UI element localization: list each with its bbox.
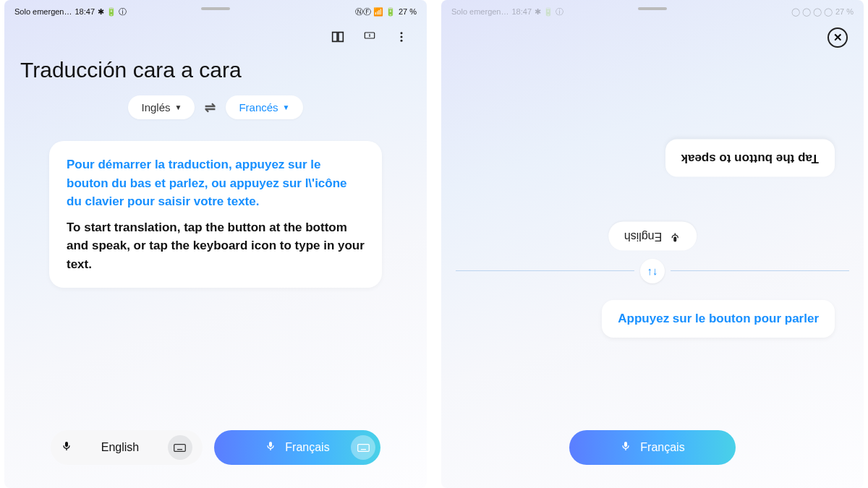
carrier-label: Solo emergen…: [451, 7, 509, 16]
keyboard-icon[interactable]: [351, 435, 375, 460]
page-title: Traducción cara a cara: [4, 52, 427, 95]
status-time: 18:47: [512, 7, 532, 16]
close-button[interactable]: ✕: [827, 27, 848, 48]
svg-rect-11: [357, 444, 369, 451]
keyboard-icon[interactable]: [168, 435, 192, 460]
instruction-card: Pour démarrer la traduction, appuyez sur…: [49, 141, 382, 288]
mic-icon: [620, 440, 631, 455]
target-mic-button[interactable]: Français: [214, 430, 380, 465]
target-language-label: Francés: [239, 101, 278, 114]
toolbar: [4, 19, 427, 52]
mic-icon: [265, 440, 276, 455]
more-menu-icon[interactable]: [392, 27, 411, 46]
chevron-down-icon: ▼: [175, 103, 182, 111]
toolbar: ✕: [441, 19, 864, 53]
language-selector-row: Inglés ▼ ⇌ Francés ▼: [4, 95, 427, 141]
svg-point-4: [401, 40, 403, 42]
top-language-button[interactable]: English: [608, 222, 697, 251]
bottom-mic-label: Français: [640, 441, 684, 454]
mic-icon: [669, 229, 681, 244]
svg-point-2: [401, 32, 403, 34]
screenshot-right: Solo emergen… 18:47 ✱ 🔋 ⓘ ◯ ◯ ◯ ◯ 27 % ✕…: [441, 0, 864, 488]
source-mic-button[interactable]: English: [51, 430, 203, 465]
book-icon[interactable]: [328, 27, 347, 46]
drag-handle: [201, 7, 230, 10]
instruction-text-en: To start translation, tap the button at …: [67, 218, 365, 274]
bottom-action-bar: English Français: [4, 430, 427, 465]
mic-icon: [61, 440, 72, 455]
status-right-icons: ⓃⒻ 📶 🔋: [355, 7, 396, 17]
top-speech-bubble: Tap the button to speak: [665, 140, 835, 177]
screenshot-left: Solo emergen… 18:47 ✱ 🔋 ⓘ ⓃⒻ 📶 🔋 27 % Tr…: [4, 0, 427, 488]
top-half-rotated: English Tap the button to speak: [441, 53, 864, 271]
bottom-action-bar: Français: [441, 430, 864, 465]
source-mic-label: English: [101, 441, 139, 454]
status-right-icons: ◯ ◯ ◯ ◯: [791, 7, 833, 17]
source-language-chip[interactable]: Inglés ▼: [128, 95, 195, 119]
swap-languages-icon[interactable]: ⇌: [205, 100, 216, 116]
instruction-text-fr: Pour démarrer la traduction, appuyez sur…: [67, 155, 365, 211]
source-language-label: Inglés: [141, 101, 170, 114]
bottom-speech-bubble: Appuyez sur le bouton pour parler: [602, 300, 835, 338]
rotate-screen-icon[interactable]: [360, 27, 379, 46]
face-to-face-area: English Tap the button to speak ↑↓ Appuy…: [441, 53, 864, 488]
bottom-mic-button[interactable]: Français: [569, 430, 736, 465]
target-language-chip[interactable]: Francés ▼: [226, 95, 302, 119]
close-icon: ✕: [833, 31, 843, 44]
top-language-label: English: [624, 230, 662, 243]
status-time: 18:47: [75, 7, 95, 16]
chevron-down-icon: ▼: [283, 103, 290, 111]
battery-text: 27 %: [835, 7, 854, 16]
drag-handle: [638, 7, 667, 10]
svg-point-3: [401, 36, 403, 38]
status-left-icons: ✱ 🔋 ⓘ: [98, 7, 127, 17]
status-left-icons: ✱ 🔋 ⓘ: [535, 7, 563, 17]
carrier-label: Solo emergen…: [14, 7, 72, 16]
target-mic-label: Français: [285, 441, 329, 454]
battery-text: 27 %: [399, 7, 417, 16]
svg-rect-5: [174, 444, 186, 451]
